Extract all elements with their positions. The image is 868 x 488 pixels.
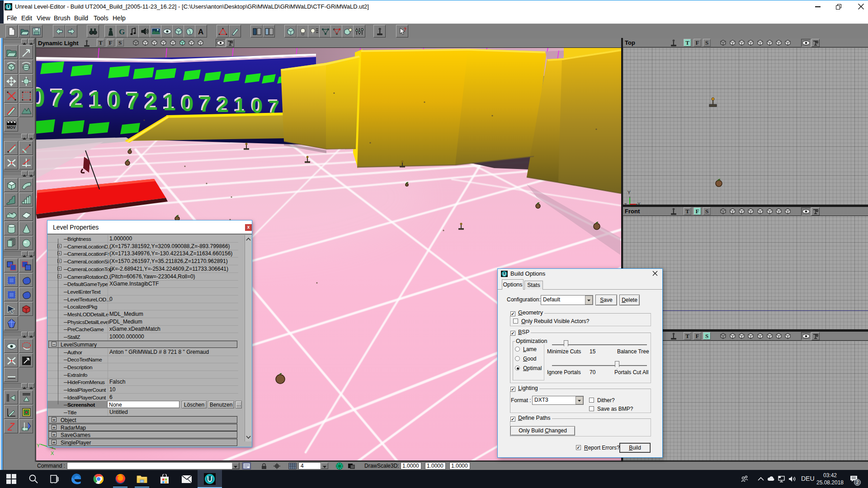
svg-text:?: ? [404,27,406,32]
svg-text:1: 1 [89,86,103,113]
svg-text:1: 1 [163,90,176,115]
svg-text:Y: Y [37,443,40,448]
svg-text:2: 2 [217,93,229,117]
svg-text:0: 0 [36,83,45,112]
svg-text:7: 7 [199,92,212,116]
svg-text:MOV: MOV [7,125,16,130]
svg-text:0: 0 [108,87,121,114]
svg-text:G: G [119,28,125,36]
svg-text:0: 0 [181,91,193,116]
svg-text:7: 7 [50,84,64,113]
svg-text:A: A [198,28,203,36]
svg-text:7: 7 [127,88,140,114]
svg-text:2: 2 [70,85,84,113]
svg-text:X: X [51,450,54,456]
svg-text:Y: Y [627,190,631,195]
svg-text:2: 2 [145,89,158,115]
